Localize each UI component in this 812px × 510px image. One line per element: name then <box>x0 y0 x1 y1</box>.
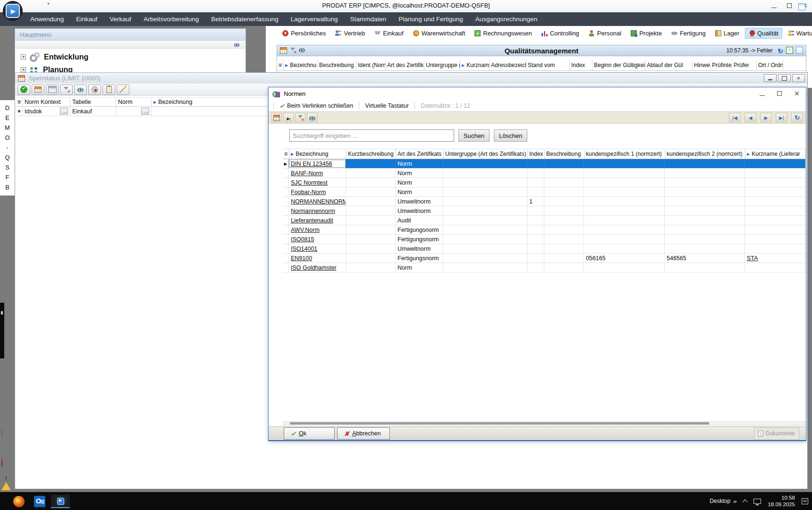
cell-index[interactable] <box>527 216 544 225</box>
cell-beschreibung[interactable] <box>544 206 584 215</box>
prodat-logo-icon[interactable] <box>3 1 23 21</box>
cell-kunden1[interactable] <box>584 225 665 234</box>
cell-norm-kontext[interactable]: Idsdok ... <box>23 107 70 116</box>
cell-art[interactable]: Norm <box>396 159 443 168</box>
qm-column-art-des-zertifik[interactable]: Art des Zertifik <box>386 60 424 70</box>
sp-column-norm[interactable]: Norm <box>116 98 152 106</box>
normen-column-bezeichnung[interactable]: Bezeichnung <box>289 149 347 159</box>
qm-column-kurznam[interactable]: Kurznam <box>460 60 490 70</box>
dock-record-icon[interactable] <box>1 459 11 468</box>
desktop-toolbar[interactable]: Desktop <box>710 498 736 505</box>
cell-untergruppe[interactable] <box>443 159 527 168</box>
cell-untergruppe[interactable] <box>443 225 527 234</box>
cell-beschreibung[interactable] <box>544 159 584 168</box>
table-view-button[interactable] <box>271 113 282 122</box>
cell-untergruppe[interactable] <box>443 254 527 263</box>
cell-bezeichnung[interactable]: Lieferantenaudit <box>289 216 346 225</box>
cell-bezeichnung[interactable]: Normannennorm <box>289 206 346 215</box>
close-on-link-menu-item[interactable]: Beim Verlinken schließen <box>279 102 353 110</box>
cell-art[interactable]: Norm <box>396 169 443 178</box>
column-options-icon[interactable] <box>277 60 284 70</box>
sp-column-bezeichnung[interactable]: Bezeichnung <box>152 98 271 106</box>
cell-kurzbeschreibung[interactable] <box>346 159 396 168</box>
cell-kunden1[interactable] <box>584 197 665 206</box>
dock-table-icon[interactable] <box>1 429 11 437</box>
filter-icon[interactable] <box>290 47 296 53</box>
cell-kunden1[interactable] <box>584 206 665 215</box>
table-row[interactable]: DIN EN 123456Norm <box>283 159 806 169</box>
table-row[interactable]: BANF-NormNorm <box>283 169 806 178</box>
wizard-button[interactable] <box>117 85 129 95</box>
cell-index[interactable] <box>527 169 544 178</box>
filter-button[interactable] <box>295 113 305 122</box>
qm-column-bezeichnu[interactable]: Bezeichnu <box>284 60 318 70</box>
menubar-item-planung-und-fertigung[interactable]: Planung und Fertigung <box>398 16 463 23</box>
cell-bezeichnung[interactable]: EN9100 <box>289 254 346 263</box>
cell-untergruppe[interactable] <box>443 235 527 244</box>
cell-index[interactable] <box>527 187 544 196</box>
form-view-button[interactable] <box>46 85 59 95</box>
cell-kunden2[interactable] <box>665 263 745 272</box>
normen-column-beschreibung[interactable]: Beschreibung <box>545 149 584 159</box>
cell-kunden2[interactable] <box>665 159 745 168</box>
cell-art[interactable]: Fertigungsnorm <box>396 254 443 263</box>
cell-untergruppe[interactable] <box>443 216 527 225</box>
cell-bezeichnung[interactable]: ISO0815 <box>289 235 346 244</box>
menubar-item-lagerverwaltung[interactable]: Lagerverwaltung <box>291 16 338 23</box>
cell-index[interactable] <box>527 244 544 253</box>
menubar-item-anwendung[interactable]: Anwendung <box>30 16 64 23</box>
cell-bezeichnung[interactable]: NORMANNENNORM <box>289 197 346 206</box>
qm-column-untergruppe-[interactable]: Untergruppe ( <box>424 60 460 70</box>
table-row[interactable]: Foobar-NormNorm <box>283 187 806 197</box>
cell-kurzname[interactable] <box>745 244 805 253</box>
table-row[interactable]: LieferantenauditAudit <box>283 216 806 225</box>
menubar-item-verkauf[interactable]: Verkauf <box>110 16 131 23</box>
cell-art[interactable]: Umweltnorm <box>396 206 443 215</box>
tab-warenwirtschaft[interactable]: Warenwirtschaft <box>409 28 469 39</box>
tab-wartung-service[interactable]: Wartung/Service <box>784 28 812 39</box>
qm-column-hinweis[interactable]: Hinweis <box>693 60 710 70</box>
norm-browse-button[interactable]: ... <box>141 108 149 115</box>
view-icon[interactable] <box>299 48 305 52</box>
maximize-icon[interactable] <box>778 74 791 82</box>
cell-kurzname[interactable]: STA <box>745 254 805 263</box>
cell-kurzname[interactable] <box>745 159 805 168</box>
normen-column-index[interactable]: Index <box>528 149 545 159</box>
qm-column-pr-finter[interactable]: Prüfinter <box>710 60 732 70</box>
cell-kunden1[interactable]: 056165 <box>584 254 665 263</box>
new-window-icon[interactable] <box>798 3 805 10</box>
cell-kurzname[interactable] <box>745 206 805 215</box>
cell-index[interactable] <box>527 178 544 187</box>
cell-kunden2[interactable] <box>665 225 745 234</box>
table-row[interactable]: EN9100Fertigungsnorm056165546565STA <box>283 254 806 263</box>
column-options-icon[interactable] <box>16 98 23 106</box>
tree-item-planung[interactable]: Planung <box>21 63 245 73</box>
cell-kunden1[interactable] <box>584 235 665 244</box>
cell-beschreibung[interactable] <box>544 225 584 234</box>
cell-kurzname[interactable] <box>745 187 805 196</box>
menubar-item-stammdaten[interactable]: Stammdaten <box>350 16 387 23</box>
normen-column-art-des-zertifikats[interactable]: Art des Zertifikats <box>396 149 444 159</box>
cell-beschreibung[interactable] <box>544 254 584 263</box>
cell-untergruppe[interactable] <box>443 169 527 178</box>
sperrstatus-data-row[interactable]: Idsdok ... Einkauf ... <box>16 107 271 116</box>
sp-column-norm-kontext[interactable]: Norm Kontext <box>23 98 70 106</box>
table-icon[interactable] <box>280 47 287 54</box>
tab-pers-nliches[interactable]: Persönliches <box>279 28 330 39</box>
cell-beschreibung[interactable] <box>544 235 584 244</box>
cell-kunden1[interactable] <box>584 169 665 178</box>
qm-column-beschreibung[interactable]: Beschreibung <box>318 60 356 70</box>
minimize-icon[interactable] <box>764 74 777 82</box>
cell-kunden1[interactable] <box>584 178 665 187</box>
save-button[interactable] <box>88 85 101 95</box>
tab-vertrieb[interactable]: Vertrieb <box>331 28 369 39</box>
cancel-button[interactable]: Abbrechen <box>337 427 390 440</box>
dock-window-icon[interactable] <box>1 444 11 452</box>
view-button[interactable] <box>307 113 317 122</box>
clear-button[interactable]: Löschen <box>494 129 527 142</box>
qm-column-ort-ordn[interactable]: Ort / Ordn <box>757 60 783 70</box>
tab-fertigung[interactable]: Fertigung <box>668 28 710 39</box>
cell-index[interactable] <box>527 159 544 168</box>
minimize-icon[interactable] <box>760 95 765 96</box>
scrollbar-thumb[interactable] <box>290 422 709 425</box>
